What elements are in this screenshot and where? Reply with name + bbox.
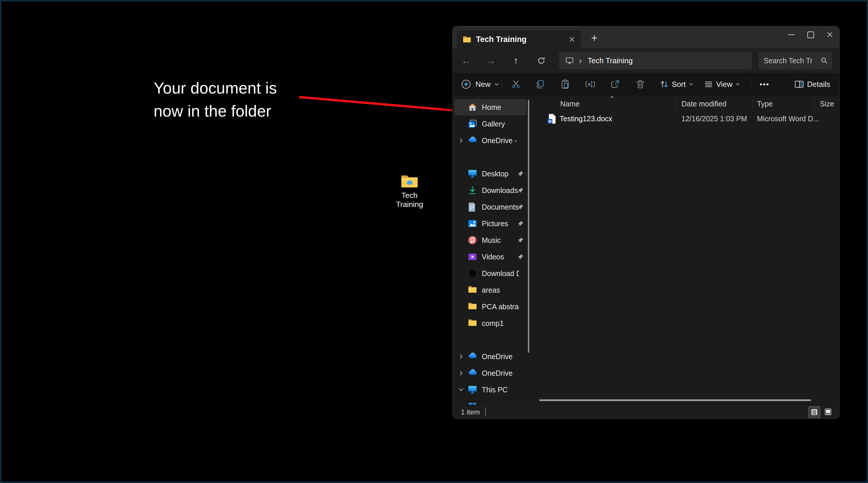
- annotation-text: Your document is now in the folder: [154, 77, 277, 123]
- annotation-line-2: now in the folder: [154, 100, 277, 123]
- toolbar-divider: [501, 78, 502, 91]
- download-icon: [468, 186, 477, 195]
- new-button-label: New: [475, 80, 491, 89]
- tab-strip: Tech Training +: [453, 26, 839, 49]
- column-header-size[interactable]: Size: [820, 100, 834, 108]
- new-tab-button[interactable]: +: [587, 31, 601, 45]
- more-options-button[interactable]: •••: [756, 76, 773, 92]
- new-plus-icon: [461, 79, 471, 89]
- chevron-down-icon: [494, 82, 499, 87]
- file-row-testing123-docx[interactable]: WTesting123.docx12/16/2025 1:03 PMMicros…: [531, 112, 839, 126]
- back-button[interactable]: ←: [458, 53, 474, 69]
- sidebar-item-pca-abstracts-20[interactable]: PCA abstracts 20: [455, 299, 527, 315]
- search-box[interactable]: Search Tech Tr: [758, 52, 832, 69]
- folder-icon: [468, 302, 477, 311]
- forward-button[interactable]: →: [483, 53, 499, 69]
- tab-folder-icon: [463, 36, 471, 43]
- share-button[interactable]: [607, 76, 623, 92]
- pin-icon: [517, 204, 524, 210]
- status-bar: 1 item: [453, 404, 839, 419]
- sidebar-item-areas[interactable]: areas: [455, 282, 527, 298]
- navigation-sidebar: HomeGalleryOneDrive - PersoDesktopDownlo…: [453, 96, 530, 404]
- pictures-icon: [468, 219, 477, 228]
- sidebar-item-onedrive[interactable]: OneDrive: [455, 365, 527, 381]
- desktop-folder-label: Tech Training: [389, 191, 431, 209]
- file-list-panel: ⌃ NameDate modifiedTypeSize WTesting123.…: [531, 96, 839, 404]
- sidebar-item-label: Desktop: [482, 170, 508, 178]
- sidebar-item-onedrive[interactable]: OneDrive: [455, 348, 527, 365]
- sidebar-item-downloads[interactable]: Downloads: [455, 182, 527, 199]
- sidebar-item-videos[interactable]: Videos: [455, 249, 527, 265]
- content-view-toggle[interactable]: [823, 406, 834, 417]
- sidebar-item-documents[interactable]: Documents: [455, 199, 527, 215]
- svg-text:W: W: [548, 120, 552, 124]
- chevron-down-icon[interactable]: [457, 387, 465, 393]
- sidebar-item-download-deskt[interactable]: Download Deskt: [455, 265, 527, 281]
- rename-icon: A: [585, 79, 595, 89]
- sort-icon: [660, 80, 669, 89]
- column-header-name[interactable]: Name: [560, 100, 580, 108]
- sidebar-item-label: PCA abstracts 20: [482, 303, 519, 311]
- paste-button[interactable]: [557, 76, 573, 92]
- word-document-icon: W: [547, 114, 556, 124]
- document-icon: [468, 202, 477, 212]
- chevron-right-icon[interactable]: [457, 138, 465, 143]
- refresh-button[interactable]: [533, 53, 550, 69]
- sort-button[interactable]: Sort: [657, 76, 696, 92]
- minimize-button[interactable]: [782, 26, 801, 43]
- up-button[interactable]: ↑: [508, 53, 524, 69]
- copy-icon: [535, 79, 545, 89]
- new-button[interactable]: New: [458, 76, 502, 92]
- chevron-right-icon[interactable]: [457, 354, 465, 359]
- sidebar-item-gallery[interactable]: Gallery: [455, 116, 527, 132]
- view-button[interactable]: View: [701, 76, 743, 92]
- sidebar-item-label: OneDrive: [482, 369, 513, 378]
- column-header-date-modified[interactable]: Date modified: [681, 100, 726, 108]
- chevron-down-icon: [689, 82, 693, 87]
- explorer-window: Tech Training + ← → ↑: [453, 26, 839, 419]
- sidebar-item-label: OneDrive: [482, 353, 513, 361]
- cut-button[interactable]: [508, 76, 524, 92]
- maximize-button[interactable]: [801, 26, 820, 43]
- breadcrumb-location[interactable]: Tech Training: [588, 56, 633, 65]
- sidebar-item-comp1[interactable]: comp1: [455, 315, 527, 331]
- sidebar-scrollbar[interactable]: [528, 100, 529, 353]
- window-body: HomeGalleryOneDrive - PersoDesktopDownlo…: [453, 96, 839, 404]
- tab-close-icon[interactable]: [566, 33, 578, 45]
- desktop-folder-shortcut[interactable]: Tech Training: [389, 174, 431, 209]
- tab-title: Tech Training: [476, 35, 566, 44]
- sort-ascending-icon: ⌃: [610, 95, 615, 102]
- sidebar-item-desktop[interactable]: Desktop: [455, 165, 527, 182]
- sidebar-item-pictures[interactable]: Pictures: [455, 215, 527, 232]
- sidebar-item-this-pc[interactable]: This PC: [455, 382, 527, 398]
- sidebar-item-home[interactable]: Home: [455, 99, 527, 115]
- tab-tech-training[interactable]: Tech Training: [457, 30, 581, 49]
- sidebar-item-label: OneDrive - Perso: [482, 137, 519, 145]
- monitor-icon: [468, 169, 477, 178]
- sidebar-item-label: Pictures: [482, 219, 508, 228]
- column-header-type[interactable]: Type: [757, 100, 773, 108]
- blackcircle-icon: [468, 269, 477, 278]
- horizontal-scrollbar[interactable]: [539, 399, 811, 401]
- sidebar-item-label: Downloads: [482, 186, 518, 195]
- column-separator: [752, 98, 753, 109]
- sidebar-item-label: areas: [482, 286, 500, 294]
- chevron-right-icon[interactable]: [457, 370, 465, 376]
- sidebar-item-label: Download Deskt: [482, 269, 519, 278]
- search-icon[interactable]: [820, 57, 828, 64]
- details-view-toggle[interactable]: [809, 406, 820, 418]
- copy-button[interactable]: [532, 76, 548, 92]
- details-label: Details: [807, 80, 830, 89]
- sidebar-item-label: This PC: [482, 386, 508, 394]
- gallery-icon: [468, 119, 477, 128]
- address-bar[interactable]: › Tech Training: [559, 52, 752, 69]
- sidebar-item-onedrive-perso[interactable]: OneDrive - Perso: [455, 132, 527, 149]
- sidebar-item-music[interactable]: Music: [455, 232, 527, 248]
- close-button[interactable]: [820, 26, 839, 43]
- pin-icon: [517, 237, 524, 243]
- sidebar-item-label: Home: [482, 103, 501, 112]
- delete-button[interactable]: [632, 76, 649, 92]
- sidebar-item-label: Gallery: [482, 120, 505, 128]
- rename-button[interactable]: A: [582, 76, 598, 92]
- details-pane-button[interactable]: Details: [791, 76, 837, 92]
